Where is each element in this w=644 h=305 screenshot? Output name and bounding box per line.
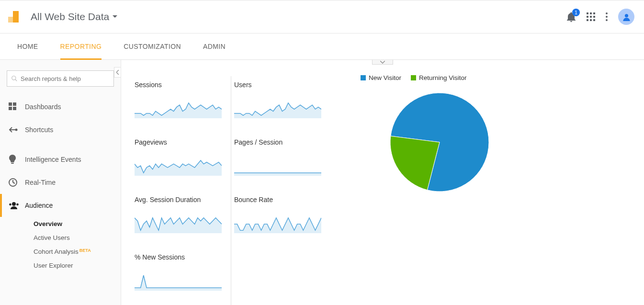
metric-label: Sessions	[135, 81, 228, 89]
ga-logo-icon	[7, 10, 20, 23]
metric-bounce-rate[interactable]: Bounce Rate	[231, 191, 331, 249]
legend-label: Returning Visitor	[419, 74, 467, 81]
metric-label: Avg. Session Duration	[135, 196, 228, 203]
apps-launcher-button[interactable]	[587, 12, 595, 21]
metric-label: Pages / Session	[234, 138, 328, 146]
beta-tag: BETA	[79, 248, 91, 253]
notifications-button[interactable]: 1	[566, 11, 576, 22]
svg-point-15	[16, 203, 19, 206]
caret-down-icon	[113, 15, 117, 18]
sparkline-pct-new-sessions	[135, 271, 222, 291]
main-nav-tabs: HOME REPORTING CUSTOMIZATION ADMIN	[0, 34, 644, 60]
main-content: Sessions Users Pageviews Pages / Session…	[121, 60, 644, 305]
sidebar-item-intelligence[interactable]: Intelligence Events	[0, 148, 121, 171]
dashboard-icon	[9, 102, 25, 111]
metric-pct-new-sessions[interactable]: % New Sessions	[132, 249, 231, 305]
sparkline-sessions	[135, 99, 222, 118]
tab-reporting[interactable]: REPORTING	[60, 34, 102, 60]
property-selector[interactable]: All Web Site Data	[31, 11, 117, 23]
sidebar-label: Dashboards	[25, 103, 61, 111]
sidebar-item-realtime[interactable]: Real-Time	[0, 171, 121, 194]
more-options-button[interactable]	[606, 12, 608, 21]
audience-icon	[9, 202, 25, 209]
subnav-cohort-label: Cohort Analysis	[34, 248, 79, 255]
svg-point-13	[12, 202, 16, 206]
search-icon	[11, 75, 18, 82]
sparkline-pageviews	[135, 157, 222, 176]
svg-point-1	[12, 76, 16, 80]
subnav-active-users[interactable]: Active Users	[34, 231, 121, 245]
svg-point-14	[9, 203, 11, 206]
shortcuts-icon	[9, 127, 25, 133]
sidebar-label: Intelligence Events	[25, 156, 81, 163]
sidebar-item-audience[interactable]: Audience	[0, 194, 121, 217]
sidebar-label: Real-Time	[25, 179, 56, 186]
visitor-pie-panel: New Visitor Returning Visitor	[341, 60, 519, 305]
metric-sparkline-grid: Sessions Users Pageviews Pages / Session…	[121, 60, 341, 305]
metric-label: Users	[234, 81, 328, 89]
top-icons: 1	[566, 9, 639, 25]
subnav-cohort[interactable]: Cohort AnalysisBETA	[34, 245, 121, 259]
sidebar-item-dashboards[interactable]: Dashboards	[0, 95, 121, 118]
svg-line-12	[13, 182, 15, 183]
audience-subnav: Overview Active Users Cohort AnalysisBET…	[0, 217, 121, 272]
legend-swatch-new	[361, 75, 366, 80]
metric-label: % New Sessions	[135, 253, 228, 261]
metric-label: Bounce Rate	[234, 196, 328, 203]
search-reports-box[interactable]	[7, 70, 114, 87]
visitor-pie-chart	[389, 92, 490, 192]
metric-avg-session-duration[interactable]: Avg. Session Duration	[132, 191, 231, 249]
svg-line-2	[15, 79, 17, 81]
sparkline-users	[234, 99, 321, 118]
svg-rect-5	[9, 107, 12, 110]
legend-label: New Visitor	[369, 74, 401, 81]
svg-rect-6	[13, 107, 16, 110]
bulb-icon	[9, 155, 25, 164]
account-avatar[interactable]	[618, 9, 634, 25]
svg-point-0	[624, 14, 628, 17]
sparkline-avg-session-duration	[135, 214, 222, 233]
metric-sessions[interactable]: Sessions	[132, 76, 231, 134]
chevron-left-icon	[116, 70, 119, 75]
sidebar-collapse-handle[interactable]	[114, 67, 121, 78]
legend-returning-visitor: Returning Visitor	[411, 74, 467, 81]
clock-icon	[9, 178, 25, 187]
metric-users[interactable]: Users	[231, 76, 331, 134]
sparkline-pages-per-session	[234, 157, 321, 176]
sidebar: Dashboards Shortcuts Intelligence Events	[0, 60, 121, 305]
metric-pages-per-session[interactable]: Pages / Session	[231, 134, 331, 191]
top-bar: All Web Site Data 1	[0, 0, 644, 34]
search-input[interactable]	[21, 75, 110, 82]
panel-expand-handle[interactable]	[372, 60, 393, 65]
metric-pageviews[interactable]: Pageviews	[132, 134, 231, 191]
svg-rect-3	[9, 102, 12, 106]
sidebar-label: Audience	[25, 202, 53, 209]
tab-home[interactable]: HOME	[17, 34, 38, 60]
legend-swatch-returning	[411, 75, 416, 80]
svg-point-8	[15, 129, 18, 131]
property-title-text: All Web Site Data	[31, 11, 109, 23]
subnav-overview[interactable]: Overview	[34, 217, 121, 231]
content-body: Dashboards Shortcuts Intelligence Events	[0, 60, 644, 305]
sidebar-item-shortcuts[interactable]: Shortcuts	[0, 118, 121, 141]
sidebar-label: Shortcuts	[25, 126, 53, 134]
sparkline-bounce-rate	[234, 214, 321, 233]
metric-label: Pageviews	[135, 138, 228, 146]
user-icon	[622, 13, 631, 21]
tab-admin[interactable]: ADMIN	[203, 34, 226, 60]
svg-rect-4	[13, 102, 16, 106]
chevron-down-icon	[380, 61, 385, 64]
subnav-user-explorer[interactable]: User Explorer	[34, 259, 121, 272]
tab-customization[interactable]: CUSTOMIZATION	[124, 34, 181, 60]
svg-rect-9	[11, 163, 14, 164]
legend-new-visitor: New Visitor	[361, 74, 401, 81]
pie-legend: New Visitor Returning Visitor	[361, 74, 519, 81]
notification-badge: 1	[572, 9, 580, 16]
